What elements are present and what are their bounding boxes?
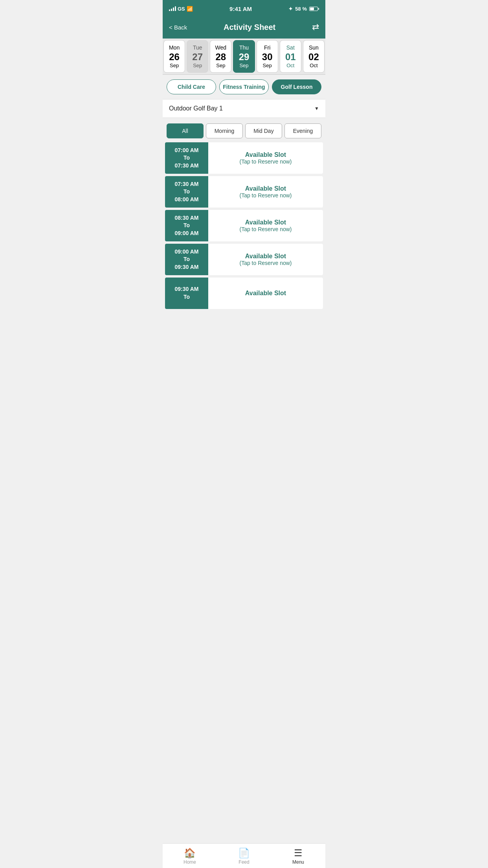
slot-content: Available Slot [208,278,323,309]
status-left: GS 📶 [169,6,193,12]
battery-icon [309,7,319,11]
day-month: Oct [310,63,317,68]
slot-available-label: Available Slot [245,185,286,192]
page-title: Activity Sheet [224,23,275,32]
venue-dropdown[interactable]: Outdoor Golf Bay 1 ▼ [163,99,325,118]
day-name: Thu [239,44,249,51]
slot-row-slot-5[interactable]: 09:30 AMTo Available Slot [165,278,323,309]
filter-row: AllMorningMid DayEvening [163,120,325,142]
app-header: < Back Activity Sheet ⇄ [163,17,325,39]
slots-container: 07:00 AMTo07:30 AM Available Slot (Tap t… [163,142,325,312]
battery-percent: 58 % [295,6,307,12]
slot-tap-label: (Tap to Reserve now) [239,158,292,165]
slot-time: 09:30 AMTo [165,278,208,309]
day-month: Sep [216,63,225,68]
day-month: Oct [286,63,294,68]
day-name: Mon [169,44,180,51]
filter-btn-morning[interactable]: Morning [206,123,243,138]
calendar-day-sat[interactable]: Sat 01 Oct [280,40,301,73]
slot-row-slot-3[interactable]: 08:30 AMTo09:00 AM Available Slot (Tap t… [165,210,323,241]
day-num: 27 [192,52,203,62]
slot-content: Available Slot (Tap to Reserve now) [208,244,323,275]
slot-content: Available Slot (Tap to Reserve now) [208,210,323,241]
day-num: 30 [262,52,273,62]
slot-tap-label: (Tap to Reserve now) [239,226,292,232]
slot-time: 08:30 AMTo09:00 AM [165,210,208,241]
calendar-day-tue[interactable]: Tue 27 Sep [187,40,208,73]
slot-available-label: Available Slot [245,253,286,260]
status-right: ✦ 58 % [288,6,319,12]
calendar-day-thu[interactable]: Thu 29 Sep [233,40,255,73]
slot-available-label: Available Slot [245,290,286,297]
filter-btn-evening[interactable]: Evening [284,123,321,138]
day-month: Sep [170,63,179,68]
calendar-row: Mon 26 Sep Tue 27 Sep Wed 28 Sep Thu 29 … [163,39,325,75]
day-num: 01 [285,52,296,62]
slot-available-label: Available Slot [245,219,286,226]
status-bar: GS 📶 9:41 AM ✦ 58 % [163,0,325,17]
day-num: 29 [239,52,250,62]
day-name: Fri [264,44,270,51]
wifi-icon: 📶 [187,6,193,12]
dropdown-label: Outdoor Golf Bay 1 [169,105,223,112]
day-num: 26 [169,52,180,62]
day-num: 28 [216,52,226,62]
slot-tap-label: (Tap to Reserve now) [239,260,292,266]
status-time: 9:41 AM [229,6,252,12]
slot-available-label: Available Slot [245,151,286,158]
day-month: Sep [263,63,272,68]
slot-row-slot-2[interactable]: 07:30 AMTo08:00 AM Available Slot (Tap t… [165,176,323,208]
slot-row-slot-4[interactable]: 09:00 AMTo09:30 AM Available Slot (Tap t… [165,244,323,275]
signal-icon [169,6,176,11]
activity-types: Child CareFitness TrainingGolf Lesson [163,75,325,99]
activity-btn-golf-lesson[interactable]: Golf Lesson [272,79,321,94]
back-button[interactable]: < Back [169,24,187,31]
day-name: Sat [286,44,295,51]
calendar-day-sun[interactable]: Sun 02 Oct [303,40,325,73]
filter-btn-all[interactable]: All [167,123,204,138]
slot-time: 07:30 AMTo08:00 AM [165,176,208,208]
calendar-day-fri[interactable]: Fri 30 Sep [257,40,278,73]
calendar-day-wed[interactable]: Wed 28 Sep [210,40,231,73]
dropdown-arrow-icon: ▼ [314,106,319,111]
activity-btn-fitness-training[interactable]: Fitness Training [219,79,269,94]
slot-time: 09:00 AMTo09:30 AM [165,244,208,275]
carrier-label: GS [178,6,185,12]
calendar-day-mon[interactable]: Mon 26 Sep [163,40,185,73]
day-month: Sep [193,63,202,68]
slot-tap-label: (Tap to Reserve now) [239,192,292,199]
slot-content: Available Slot (Tap to Reserve now) [208,176,323,208]
bluetooth-icon: ✦ [288,6,293,12]
activity-btn-child-care[interactable]: Child Care [167,79,216,94]
day-name: Sun [309,44,319,51]
day-name: Tue [193,44,202,51]
day-num: 02 [308,52,319,62]
slot-content: Available Slot (Tap to Reserve now) [208,142,323,174]
day-name: Wed [215,44,227,51]
slot-time: 07:00 AMTo07:30 AM [165,142,208,174]
filter-btn-mid-day[interactable]: Mid Day [245,123,282,138]
swap-icon[interactable]: ⇄ [312,22,319,32]
slot-row-slot-1[interactable]: 07:00 AMTo07:30 AM Available Slot (Tap t… [165,142,323,174]
day-month: Sep [239,63,248,68]
